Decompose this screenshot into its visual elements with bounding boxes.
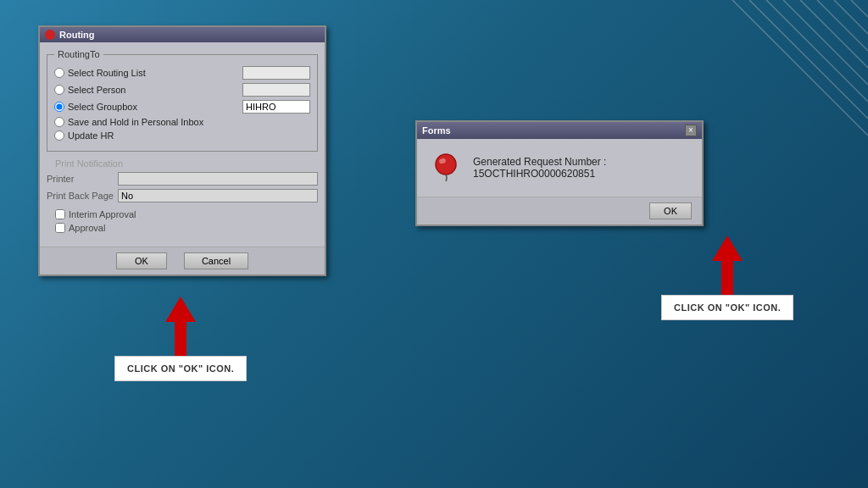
routing-list-input[interactable] [242,66,310,80]
forms-warning-icon [431,152,461,183]
routing-ok-button[interactable]: OK [116,252,167,269]
right-arrow-container: CLICK ON "OK" ICON. [661,236,793,320]
svg-line-4 [834,0,868,34]
radio-row-routing-list: Select Routing List [54,66,310,80]
print-back-page-input[interactable] [118,189,318,202]
right-arrow-up [712,236,743,261]
routing-title: Routing [59,30,95,40]
routing-body: RoutingTo Select Routing List Select Per… [40,42,325,247]
routing-titlebar: Routing [40,27,325,42]
routing-dialog: Routing RoutingTo Select Routing List Se… [38,25,326,276]
interim-approval-row: Interim Approval [55,209,318,219]
left-arrow-container: CLICK ON "OK" ICON. [114,297,247,381]
radio-select-groupbox-label: Select Groupbox [68,102,137,112]
interim-approval-checkbox[interactable] [55,209,65,219]
svg-line-5 [851,0,868,17]
radio-personal-inbox-label: Save and Hold in Personal Inbox [68,117,203,127]
print-notification-label: Print Notification [47,158,318,169]
forms-title: Forms [422,125,451,136]
radio-routing-list[interactable] [54,68,64,78]
radio-row-update-hr: Update HR [54,130,310,141]
print-back-page-row: Print Back Page [47,189,318,202]
right-arrow-shaft [721,261,733,295]
right-annotation-box: CLICK ON "OK" ICON. [661,295,793,320]
radio-select-groupbox[interactable] [54,102,64,112]
printer-label: Printer [47,174,114,184]
decorative-lines [698,0,868,254]
forms-dialog: Forms × Generated Request Number : 15OCT… [415,120,704,226]
right-annotation-text: CLICK ON "OK" ICON. [674,302,781,313]
routing-to-group: RoutingTo Select Routing List Select Per… [47,49,318,152]
radio-row-personal-inbox: Save and Hold in Personal Inbox [54,117,310,127]
forms-body: Generated Request Number : 15OCTHIHRO000… [417,139,702,197]
checkbox-section: Interim Approval Approval [47,209,318,233]
radio-update-hr[interactable] [54,130,64,141]
svg-line-3 [817,0,868,51]
svg-line-1 [783,0,868,85]
left-annotation-box: CLICK ON "OK" ICON. [114,356,247,381]
printer-input[interactable] [118,172,318,186]
radio-row-groupbox: Select Groupbox [54,100,310,114]
groupbox-input[interactable] [242,100,310,114]
forms-message: Generated Request Number : 15OCTHIHRO000… [473,156,688,180]
printer-row: Printer [47,172,318,186]
svg-line-7 [732,0,868,136]
radio-select-person-label: Select Person [68,85,125,95]
radio-update-hr-label: Update HR [68,130,114,141]
print-section: Print Notification Printer Print Back Pa… [47,158,318,202]
forms-close-button[interactable]: × [685,125,697,136]
radio-personal-inbox[interactable] [54,117,64,127]
interim-approval-label: Interim Approval [69,209,136,219]
approval-row: Approval [55,223,318,233]
svg-line-2 [800,0,868,68]
person-input[interactable] [242,83,310,97]
forms-title-left: Forms [422,125,451,136]
svg-line-6 [749,0,868,119]
left-annotation-text: CLICK ON "OK" ICON. [127,363,234,374]
radio-routing-list-label: Select Routing List [68,68,146,78]
radio-row-person: Select Person [54,83,310,97]
routing-cancel-button[interactable]: Cancel [184,252,248,269]
forms-titlebar: Forms × [417,122,702,139]
routing-icon [45,30,55,40]
left-arrow-shaft [175,322,186,356]
approval-label: Approval [69,223,105,233]
forms-footer: OK [417,197,702,225]
approval-checkbox[interactable] [55,223,65,233]
routing-dialog-buttons: OK Cancel [40,247,325,274]
radio-select-person[interactable] [54,85,64,95]
left-arrow-up [165,297,196,322]
svg-point-8 [436,154,456,175]
print-back-page-label: Print Back Page [47,191,114,201]
group-label: RoutingTo [54,49,103,59]
svg-line-0 [766,0,868,102]
forms-ok-button[interactable]: OK [649,202,692,219]
